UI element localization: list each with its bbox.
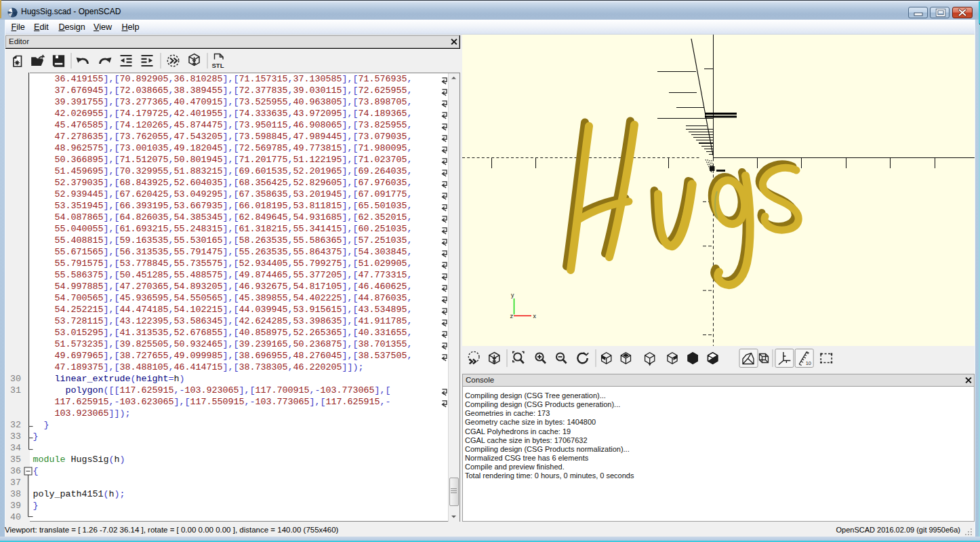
svg-text:y: y — [511, 292, 514, 298]
svg-text:z: z — [510, 312, 514, 320]
svg-text:x: x — [533, 313, 537, 320]
svg-text:STL: STL — [212, 62, 224, 69]
svg-text:10: 10 — [806, 360, 811, 366]
